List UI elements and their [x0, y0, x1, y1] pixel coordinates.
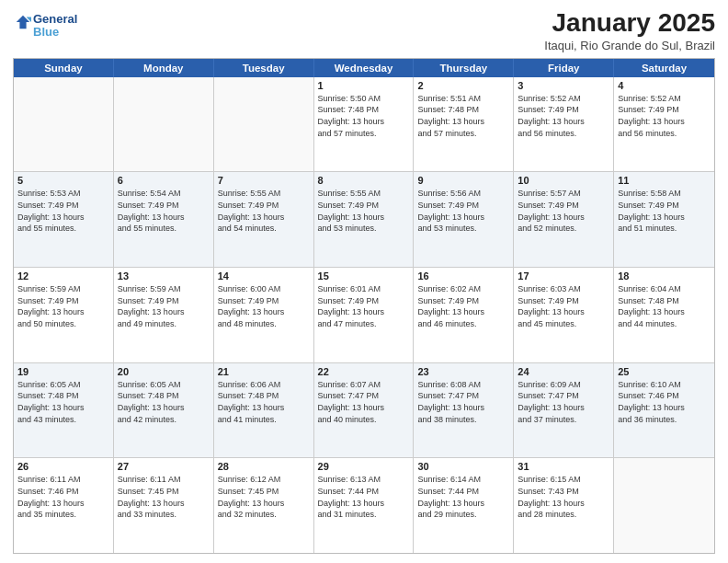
day-number: 27	[118, 461, 210, 472]
day-number: 1	[318, 80, 410, 91]
cell-info: Sunrise: 5:56 AM Sunset: 7:49 PM Dayligh…	[417, 188, 509, 234]
cell-info: Sunrise: 6:09 AM Sunset: 7:47 PM Dayligh…	[518, 379, 609, 425]
cell-info: Sunrise: 6:01 AM Sunset: 7:49 PM Dayligh…	[318, 283, 410, 329]
calendar-cell: 10Sunrise: 5:57 AM Sunset: 7:49 PM Dayli…	[514, 172, 614, 267]
calendar-cell: 29Sunrise: 6:13 AM Sunset: 7:44 PM Dayli…	[314, 458, 415, 553]
calendar-cell: 11Sunrise: 5:58 AM Sunset: 7:49 PM Dayli…	[614, 172, 714, 267]
calendar-cell: 5Sunrise: 5:53 AM Sunset: 7:49 PM Daylig…	[14, 172, 114, 267]
day-number: 24	[518, 366, 609, 377]
cell-info: Sunrise: 5:51 AM Sunset: 7:48 PM Dayligh…	[417, 93, 509, 139]
calendar-cell: 19Sunrise: 6:05 AM Sunset: 7:48 PM Dayli…	[14, 363, 114, 458]
day-number: 13	[118, 270, 210, 282]
calendar-cell: 22Sunrise: 6:07 AM Sunset: 7:47 PM Dayli…	[314, 363, 415, 458]
calendar-cell: 12Sunrise: 5:59 AM Sunset: 7:49 PM Dayli…	[14, 268, 114, 362]
cell-info: Sunrise: 5:57 AM Sunset: 7:49 PM Dayligh…	[518, 188, 609, 234]
day-number: 3	[518, 80, 609, 91]
day-number: 29	[318, 461, 410, 472]
calendar-row: 12Sunrise: 5:59 AM Sunset: 7:49 PM Dayli…	[14, 268, 714, 363]
calendar-cell: 13Sunrise: 5:59 AM Sunset: 7:49 PM Dayli…	[114, 268, 214, 362]
calendar-cell: 27Sunrise: 6:11 AM Sunset: 7:45 PM Dayli…	[114, 458, 214, 553]
calendar-cell	[14, 77, 114, 172]
location: Itaqui, Rio Grande do Sul, Brazil	[544, 39, 715, 52]
cell-info: Sunrise: 6:04 AM Sunset: 7:48 PM Dayligh…	[618, 283, 711, 329]
day-number: 5	[17, 175, 109, 186]
calendar-cell: 17Sunrise: 6:03 AM Sunset: 7:49 PM Dayli…	[514, 268, 614, 362]
day-number: 9	[417, 175, 509, 186]
day-number: 7	[218, 175, 310, 186]
cell-info: Sunrise: 6:02 AM Sunset: 7:49 PM Dayligh…	[417, 283, 509, 329]
day-number: 12	[17, 270, 109, 282]
calendar-cell	[114, 77, 214, 172]
cell-info: Sunrise: 6:10 AM Sunset: 7:46 PM Dayligh…	[618, 379, 711, 425]
header: General Blue January 2025 Itaqui, Rio Gr…	[13, 9, 715, 52]
weekday-header: Wednesday	[314, 59, 415, 77]
cell-info: Sunrise: 6:11 AM Sunset: 7:45 PM Dayligh…	[118, 474, 210, 520]
calendar: SundayMondayTuesdayWednesdayThursdayFrid…	[13, 58, 715, 554]
calendar-cell: 6Sunrise: 5:54 AM Sunset: 7:49 PM Daylig…	[114, 172, 214, 267]
day-number: 10	[518, 175, 609, 186]
cell-info: Sunrise: 6:12 AM Sunset: 7:45 PM Dayligh…	[218, 474, 310, 520]
cell-info: Sunrise: 5:55 AM Sunset: 7:49 PM Dayligh…	[218, 188, 310, 234]
calendar-cell: 21Sunrise: 6:06 AM Sunset: 7:48 PM Dayli…	[214, 363, 314, 458]
page: General Blue January 2025 Itaqui, Rio Gr…	[0, 0, 728, 563]
cell-info: Sunrise: 5:59 AM Sunset: 7:49 PM Dayligh…	[118, 283, 210, 329]
cell-info: Sunrise: 6:07 AM Sunset: 7:47 PM Dayligh…	[318, 379, 410, 425]
calendar-cell: 3Sunrise: 5:52 AM Sunset: 7:49 PM Daylig…	[514, 77, 614, 172]
day-number: 6	[118, 175, 210, 186]
cell-info: Sunrise: 5:50 AM Sunset: 7:48 PM Dayligh…	[318, 93, 410, 139]
calendar-cell: 28Sunrise: 6:12 AM Sunset: 7:45 PM Dayli…	[214, 458, 314, 553]
cell-info: Sunrise: 6:03 AM Sunset: 7:49 PM Dayligh…	[518, 283, 609, 329]
day-number: 2	[417, 80, 509, 91]
weekday-header: Thursday	[414, 59, 514, 77]
cell-info: Sunrise: 6:15 AM Sunset: 7:43 PM Dayligh…	[518, 474, 609, 520]
calendar-body: 1Sunrise: 5:50 AM Sunset: 7:48 PM Daylig…	[14, 77, 714, 553]
cell-info: Sunrise: 5:59 AM Sunset: 7:49 PM Dayligh…	[17, 283, 109, 329]
calendar-cell: 24Sunrise: 6:09 AM Sunset: 7:47 PM Dayli…	[514, 363, 614, 458]
logo: General Blue	[13, 13, 77, 40]
calendar-cell: 25Sunrise: 6:10 AM Sunset: 7:46 PM Dayli…	[614, 363, 714, 458]
calendar-cell: 7Sunrise: 5:55 AM Sunset: 7:49 PM Daylig…	[214, 172, 314, 267]
cell-info: Sunrise: 5:53 AM Sunset: 7:49 PM Dayligh…	[17, 188, 109, 234]
calendar-cell: 16Sunrise: 6:02 AM Sunset: 7:49 PM Dayli…	[414, 268, 514, 362]
calendar-row: 26Sunrise: 6:11 AM Sunset: 7:46 PM Dayli…	[14, 458, 714, 553]
weekday-header: Monday	[114, 59, 214, 77]
calendar-row: 1Sunrise: 5:50 AM Sunset: 7:48 PM Daylig…	[14, 77, 714, 173]
cell-info: Sunrise: 6:06 AM Sunset: 7:48 PM Dayligh…	[218, 379, 310, 425]
calendar-cell: 20Sunrise: 6:05 AM Sunset: 7:48 PM Dayli…	[114, 363, 214, 458]
cell-info: Sunrise: 5:52 AM Sunset: 7:49 PM Dayligh…	[518, 93, 609, 139]
day-number: 21	[218, 366, 310, 377]
day-number: 28	[218, 461, 310, 472]
day-number: 16	[417, 270, 509, 282]
cell-info: Sunrise: 6:13 AM Sunset: 7:44 PM Dayligh…	[318, 474, 410, 520]
calendar-cell: 26Sunrise: 6:11 AM Sunset: 7:46 PM Dayli…	[14, 458, 114, 553]
calendar-cell: 18Sunrise: 6:04 AM Sunset: 7:48 PM Dayli…	[614, 268, 714, 362]
calendar-row: 5Sunrise: 5:53 AM Sunset: 7:49 PM Daylig…	[14, 172, 714, 268]
logo-icon	[15, 14, 31, 30]
weekday-header: Saturday	[614, 59, 714, 77]
cell-info: Sunrise: 6:05 AM Sunset: 7:48 PM Dayligh…	[17, 379, 109, 425]
day-number: 14	[218, 270, 310, 282]
calendar-cell	[614, 458, 714, 553]
cell-info: Sunrise: 5:55 AM Sunset: 7:49 PM Dayligh…	[318, 188, 410, 234]
calendar-cell: 8Sunrise: 5:55 AM Sunset: 7:49 PM Daylig…	[314, 172, 415, 267]
day-number: 30	[417, 461, 509, 472]
calendar-cell: 2Sunrise: 5:51 AM Sunset: 7:48 PM Daylig…	[414, 77, 514, 172]
cell-info: Sunrise: 6:05 AM Sunset: 7:48 PM Dayligh…	[118, 379, 210, 425]
cell-info: Sunrise: 5:52 AM Sunset: 7:49 PM Dayligh…	[618, 93, 711, 139]
cell-info: Sunrise: 6:11 AM Sunset: 7:46 PM Dayligh…	[17, 474, 109, 520]
day-number: 11	[618, 175, 711, 186]
month-title: January 2025	[544, 9, 715, 38]
title-block: January 2025 Itaqui, Rio Grande do Sul, …	[544, 9, 715, 52]
calendar-cell: 30Sunrise: 6:14 AM Sunset: 7:44 PM Dayli…	[414, 458, 514, 553]
cell-info: Sunrise: 6:14 AM Sunset: 7:44 PM Dayligh…	[417, 474, 509, 520]
calendar-cell: 31Sunrise: 6:15 AM Sunset: 7:43 PM Dayli…	[514, 458, 614, 553]
calendar-cell: 23Sunrise: 6:08 AM Sunset: 7:47 PM Dayli…	[414, 363, 514, 458]
day-number: 26	[17, 461, 109, 472]
calendar-cell	[214, 77, 314, 172]
day-number: 4	[618, 80, 711, 91]
day-number: 18	[618, 270, 711, 282]
cell-info: Sunrise: 5:54 AM Sunset: 7:49 PM Dayligh…	[118, 188, 210, 234]
calendar-header: SundayMondayTuesdayWednesdayThursdayFrid…	[14, 59, 714, 77]
weekday-header: Sunday	[14, 59, 114, 77]
day-number: 20	[118, 366, 210, 377]
